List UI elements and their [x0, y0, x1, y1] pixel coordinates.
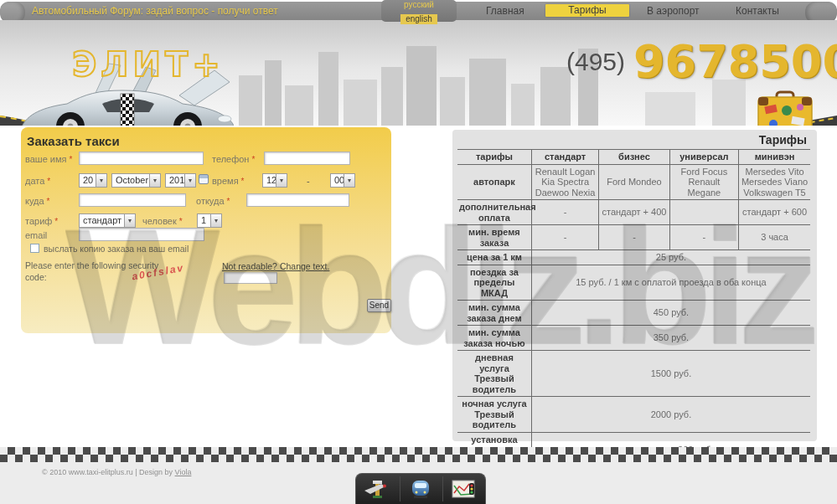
phone-area-code: (495): [566, 48, 625, 76]
nav-home[interactable]: Главная: [486, 5, 524, 17]
email-input[interactable]: [79, 228, 204, 241]
table-row: мин. время заказа - - - 3 часа: [457, 225, 810, 250]
table-row: мин. сумма заказа ночью 350 руб.: [457, 326, 810, 351]
map-traffic-light-icon: [449, 478, 479, 500]
table-row: цена за 1 км 25 руб.: [457, 250, 810, 265]
table-row: дополнительная оплата - стандарт + 400 с…: [457, 200, 810, 225]
tariffs-table: тарифы стандарт бизнес универсал минивэн…: [457, 149, 810, 493]
time-hour-select[interactable]: 12: [262, 173, 287, 188]
nav-airport[interactable]: В аэропорт: [647, 5, 700, 17]
time-label: время*: [212, 176, 245, 186]
time-separator: -: [307, 176, 310, 186]
phone-input[interactable]: [264, 152, 350, 165]
map-link[interactable]: [442, 476, 484, 501]
copyright-text: © 2010 www.taxi-elitplus.ru | Design by …: [42, 468, 191, 476]
date-day-select[interactable]: 20: [79, 173, 107, 188]
language-switcher: русскийenglish: [381, 0, 457, 22]
table-row: автопарк Renault Logan Kia Spectra Daewo…: [457, 164, 810, 200]
table-row: дневная услуга Трезвый водитель 1500 руб…: [457, 351, 810, 397]
date-year-select[interactable]: 2010: [165, 173, 196, 188]
table-row: мин. сумма заказа днем 450 руб.: [457, 301, 810, 326]
email-copy-checkbox[interactable]: [30, 244, 39, 253]
calendar-icon[interactable]: [199, 174, 209, 184]
dropdown-arrow-icon: [96, 174, 106, 187]
table-row: ночная услуга Трезвый водитель 2000 руб.: [457, 397, 810, 433]
dropdown-arrow-icon: [184, 174, 195, 187]
email-label: email: [25, 230, 47, 240]
table-header-row: тарифы стандарт бизнес универсал минивэн: [457, 150, 810, 165]
airport-icon: [363, 478, 393, 500]
dropdown-arrow-icon: [344, 174, 354, 187]
train-icon: [406, 478, 436, 500]
forum-link[interactable]: Автомобильный Форум: задай вопрос - полу…: [32, 5, 278, 17]
nav-contacts[interactable]: Контакты: [736, 5, 779, 17]
persons-label: человек*: [142, 216, 183, 226]
from-label: откуда*: [196, 196, 230, 206]
logo: ЭЛИТ+: [72, 45, 225, 84]
email-copy-label: выслать копию заказа на ваш email: [44, 244, 189, 254]
table-row: поездка за пределы МКАД 15 руб. / 1 км с…: [457, 265, 810, 301]
form-title: Заказать такси: [27, 134, 120, 148]
airport-link[interactable]: [357, 476, 399, 501]
captcha-change-link[interactable]: Not readable? Change text.: [222, 261, 329, 271]
time-minute-select[interactable]: 00: [330, 173, 355, 188]
tariffs-title: Тарифы: [759, 133, 807, 147]
train-link[interactable]: [400, 476, 442, 501]
order-taxi-form: Заказать такси ваше имя* телефон* дата* …: [21, 127, 391, 333]
nav-tariffs-active[interactable]: Тарифы: [545, 4, 629, 17]
captcha-input[interactable]: [224, 272, 277, 284]
lang-english[interactable]: english: [400, 14, 437, 24]
lang-russian[interactable]: русский: [381, 0, 457, 10]
persons-select[interactable]: 1: [197, 213, 222, 228]
tariffs-panel: Тарифы тарифы стандарт бизнес универсал …: [452, 130, 817, 441]
send-button[interactable]: Send: [367, 299, 391, 312]
dropdown-arrow-icon: [149, 174, 160, 187]
name-label: ваше имя*: [25, 154, 72, 164]
phone-label: телефон*: [212, 154, 255, 164]
dropdown-arrow-icon: [276, 174, 287, 187]
checkered-divider: [0, 447, 837, 462]
suitcase-image: [748, 87, 837, 126]
header-band: ЭЛИТ+ (495) 9678500: [0, 20, 837, 126]
tariff-select[interactable]: стандарт: [79, 213, 136, 228]
dropdown-arrow-icon: [124, 214, 135, 227]
tariff-label: тариф*: [25, 216, 58, 226]
to-label: куда*: [25, 196, 50, 206]
date-label: дата*: [25, 176, 50, 186]
date-month-select[interactable]: October: [111, 173, 161, 188]
phone-number: 9678500: [633, 35, 837, 88]
design-by-link[interactable]: Viola: [175, 468, 192, 476]
name-input[interactable]: [79, 152, 204, 165]
to-input[interactable]: [79, 193, 186, 207]
bottom-icon-bar: [355, 473, 486, 504]
from-input[interactable]: [246, 193, 349, 207]
dropdown-arrow-icon: [210, 214, 221, 227]
